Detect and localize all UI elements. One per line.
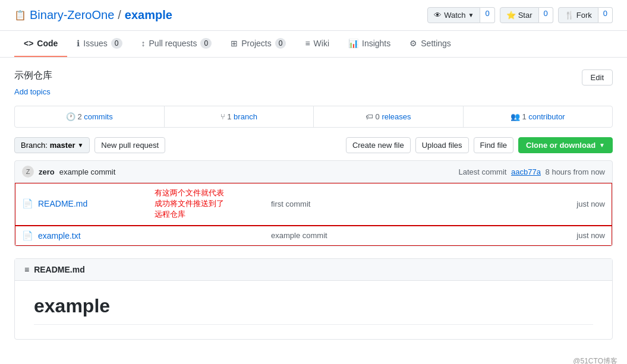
tab-code-label: Code [37, 39, 58, 48]
stats-bar: 🕐 2 commits ⑂ 1 branch 🏷 0 releases 👥 1 … [14, 106, 613, 128]
releases-count: 0 [376, 112, 380, 121]
commits-link[interactable]: commits [84, 112, 112, 121]
repo-actions: 👁 Watch ▼ 0 ⭐ Star 0 🍴 Fork 0 [427, 7, 613, 23]
create-new-file-button[interactable]: Create new file [346, 137, 411, 153]
commit-time: 8 hours from now [546, 167, 605, 176]
tab-wiki[interactable]: ≡ Wiki [295, 31, 339, 57]
watermark: @51CTO博客 [0, 352, 627, 364]
repo-description: 示例仓库 [14, 69, 52, 82]
watch-label: Watch [444, 11, 465, 20]
people-icon: 👥 [511, 112, 520, 121]
repo-desc-text: 示例仓库 [14, 69, 52, 82]
tab-issues[interactable]: ℹ Issues 0 [67, 31, 131, 57]
watch-count[interactable]: 0 [480, 7, 494, 23]
readme-header-icon: ≡ [24, 265, 29, 274]
commit-hash[interactable]: aacb77a [511, 167, 541, 176]
tab-projects-label: Projects [241, 39, 272, 48]
insights-icon: 📊 [348, 39, 358, 48]
watch-button[interactable]: 👁 Watch ▼ [427, 7, 480, 23]
fork-group: 🍴 Fork 0 [558, 7, 613, 23]
clone-label: Clone or download [526, 141, 596, 150]
clone-dropdown-icon: ▼ [599, 142, 605, 148]
repo-title: 📋 Binary-ZeroOne / example [14, 8, 172, 22]
commit-info-left: Z zero example commit [22, 166, 115, 178]
releases-link[interactable]: releases [382, 112, 411, 121]
commits-stat[interactable]: 🕐 2 commits [15, 106, 165, 127]
file-table: 📄 README.md 有这两个文件就代表成功将文件推送到了远程仓库 first… [14, 183, 613, 246]
main-content: 示例仓库 Add topics Edit 🕐 2 commits ⑂ 1 bra… [0, 58, 627, 352]
tab-projects[interactable]: ⊞ Projects 0 [221, 31, 295, 57]
commit-info-right: Latest commit aacb77a 8 hours from now [459, 167, 606, 176]
branches-stat[interactable]: ⑂ 1 branch [165, 106, 314, 127]
branch-dropdown-icon: ▼ [77, 142, 83, 148]
file-icon: 📄 [22, 198, 33, 209]
branches-link[interactable]: branch [234, 112, 257, 121]
add-topics-link[interactable]: Add topics [14, 87, 51, 96]
edit-button[interactable]: Edit [582, 69, 613, 86]
issues-badge: 0 [111, 38, 122, 49]
contributors-count: 1 [522, 112, 526, 121]
file-name-link[interactable]: README.md [38, 199, 145, 208]
file-name-link[interactable]: example.txt [38, 231, 145, 240]
fork-count[interactable]: 0 [598, 7, 613, 23]
tab-settings[interactable]: ⚙ Settings [400, 31, 461, 57]
title-separator: / [118, 8, 121, 22]
table-row: 📄 README.md 有这两个文件就代表成功将文件推送到了远程仓库 first… [15, 183, 612, 226]
file-annotation: 有这两个文件就代表成功将文件推送到了远程仓库 [155, 188, 261, 220]
watch-dropdown-icon: ▼ [468, 12, 474, 18]
contributors-stat[interactable]: 👥 1 contributor [464, 106, 613, 127]
readme-header: ≡ README.md [15, 259, 612, 281]
latest-commit-prefix: Latest commit [459, 167, 507, 176]
find-file-button[interactable]: Find file [474, 137, 514, 153]
fork-icon: 🍴 [565, 11, 574, 20]
tab-pull-requests[interactable]: ↕ Pull requests 0 [132, 31, 222, 57]
tag-icon: 🏷 [366, 112, 373, 121]
star-icon: ⭐ [506, 11, 516, 20]
repo-name-link[interactable]: example [125, 8, 172, 22]
new-pull-request-button[interactable]: New pull request [94, 137, 165, 153]
repo-icon: 📋 [14, 10, 26, 21]
star-count[interactable]: 0 [539, 7, 553, 23]
star-button[interactable]: ⭐ Star [500, 7, 539, 23]
toolbar-left: Branch: master ▼ New pull request [14, 137, 165, 153]
settings-icon: ⚙ [409, 39, 417, 48]
commit-avatar: Z [22, 166, 34, 178]
commits-count: 2 [77, 112, 81, 121]
readme-body: example [15, 281, 612, 339]
tab-code[interactable]: <> Code [14, 31, 67, 57]
issues-icon: ℹ [77, 39, 80, 48]
watch-group: 👁 Watch ▼ 0 [427, 7, 495, 23]
projects-badge: 0 [275, 38, 286, 49]
readme-title: example [34, 295, 593, 325]
nav-tabs: <> Code ℹ Issues 0 ↕ Pull requests 0 ⊞ P… [0, 31, 627, 58]
fork-button[interactable]: 🍴 Fork [558, 7, 598, 23]
pr-icon: ↕ [141, 39, 146, 48]
file-time: just now [557, 231, 605, 240]
tab-wiki-label: Wiki [314, 39, 329, 48]
readme-section: ≡ README.md example [14, 258, 613, 340]
tab-issues-label: Issues [83, 39, 107, 48]
commit-author[interactable]: zero [39, 167, 55, 176]
tab-insights[interactable]: 📊 Insights [339, 31, 400, 57]
clone-or-download-button[interactable]: Clone or download ▼ [518, 137, 613, 153]
pr-badge: 0 [200, 38, 212, 49]
watch-icon: 👁 [434, 11, 442, 20]
commits-icon: 🕐 [66, 112, 75, 121]
branches-count: 1 [227, 112, 231, 121]
releases-stat[interactable]: 🏷 0 releases [314, 106, 464, 127]
commit-message: example commit [59, 167, 116, 176]
file-time: just now [557, 200, 605, 208]
file-toolbar: Branch: master ▼ New pull request Create… [14, 137, 613, 153]
repo-owner-link[interactable]: Binary-ZeroOne [30, 8, 114, 22]
upload-files-button[interactable]: Upload files [415, 137, 469, 153]
code-icon: <> [24, 39, 33, 48]
fork-label: Fork [576, 11, 592, 20]
toolbar-right: Create new file Upload files Find file C… [346, 137, 613, 153]
tab-settings-label: Settings [421, 39, 451, 48]
contributors-link[interactable]: contributor [528, 112, 565, 121]
file-commit-message: example commit [271, 231, 557, 240]
avatar-text: Z [26, 168, 30, 175]
latest-commit-bar: Z zero example commit Latest commit aacb… [14, 160, 613, 183]
branch-selector[interactable]: Branch: master ▼ [14, 137, 90, 153]
branch-name: master [50, 141, 75, 150]
